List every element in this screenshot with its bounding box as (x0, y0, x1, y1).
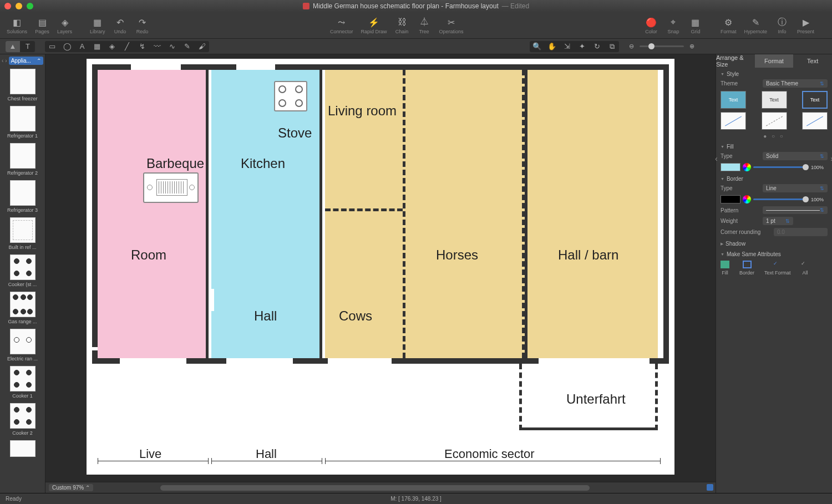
stencil-list[interactable]: Chest freezer Refrigerator 1 Refrigerato… (0, 67, 45, 493)
minimize-window-button[interactable] (16, 3, 22, 9)
table-tool[interactable]: ▦ (90, 41, 104, 52)
room-cows[interactable] (325, 208, 403, 358)
zoom-in-button[interactable]: ⊕ (689, 43, 694, 50)
room-kitchen[interactable] (211, 70, 322, 358)
make-same-fill[interactable]: Fill (721, 261, 729, 276)
fill-opacity-slider[interactable] (753, 166, 809, 168)
line-swatch-1[interactable] (721, 112, 746, 130)
info-button[interactable]: ⓘInfo (772, 15, 793, 35)
border-type-select[interactable]: Line⇅ (763, 184, 828, 192)
section-style-header[interactable]: Style (721, 71, 828, 77)
rect-tool[interactable]: ▭ (45, 41, 59, 52)
tree-button[interactable]: ⏃Tree (414, 15, 435, 35)
stencil-electric-range[interactable]: Electric ran ... (2, 329, 43, 362)
library-button[interactable]: ▦Library (87, 15, 109, 35)
stencil-refrigerator-1[interactable]: Refrigerator 1 (2, 106, 43, 139)
rapid-draw-button[interactable]: ⚡Rapid Draw (357, 15, 390, 35)
border-color-swatch[interactable] (721, 195, 740, 203)
theme-select[interactable]: Basic Theme⇅ (763, 79, 828, 88)
pattern-select[interactable]: ⇅ (763, 206, 828, 214)
stove-shape[interactable] (274, 81, 307, 111)
pages-button[interactable]: ▤Pages (32, 15, 53, 35)
line-tool[interactable]: ╱ (120, 41, 134, 52)
tab-arrange-size[interactable]: Arrange & Size (716, 54, 755, 68)
canvas-scroll[interactable]: Room Barbeque Kitchen Hall Stove Living … (45, 54, 716, 482)
stencil-refrigerator-3[interactable]: Refrigerator 3 (2, 180, 43, 213)
theme-swatch-2[interactable]: Text (762, 91, 787, 109)
swatch-pagination[interactable]: ● ○ ○ (721, 133, 828, 139)
stencil-cooker-2[interactable]: Cooker 2 (2, 403, 43, 436)
zoom-slider[interactable] (640, 45, 684, 47)
layers-button[interactable]: ◈Layers (54, 15, 75, 35)
stencil-cooker-1[interactable]: Cooker 1 (2, 366, 43, 399)
format-panel-button[interactable]: ⚙Format (717, 15, 740, 35)
zoom-tool[interactable]: 🔍 (530, 41, 544, 52)
room-horses[interactable] (403, 70, 525, 358)
text-tool[interactable]: T (21, 41, 35, 52)
library-next-button[interactable]: › (5, 58, 7, 64)
bezier-tool[interactable]: 〰 (150, 41, 164, 52)
pencil-tool[interactable]: ✎ (180, 41, 194, 52)
make-same-text[interactable]: ✓Text Format (764, 261, 791, 276)
spline-tool[interactable]: ∿ (165, 41, 179, 52)
stencil-gas-range[interactable]: Gas range ... (2, 292, 43, 324)
divider-living-cows[interactable] (325, 208, 403, 211)
stencil-extra[interactable] (2, 440, 43, 457)
fill-color-swatch[interactable] (721, 163, 740, 171)
crop-tool[interactable]: ⧉ (605, 41, 619, 52)
connector-button[interactable]: ⤳Connector (327, 15, 357, 35)
border-opacity-slider[interactable] (753, 198, 809, 200)
hypernote-button[interactable]: ✎Hypernote (740, 15, 770, 35)
library-selector[interactable]: Applia...⌃ (9, 57, 43, 65)
zoom-window-button[interactable] (27, 3, 33, 9)
corner-input[interactable]: 0.0 (774, 228, 828, 236)
weight-input[interactable]: 1 pt⇅ (763, 217, 793, 225)
color-wheel-icon[interactable] (743, 195, 751, 203)
theme-prev-button[interactable]: ‹ (716, 154, 718, 163)
line-swatch-3[interactable] (802, 112, 828, 130)
present-button[interactable]: ▶Present (794, 15, 818, 35)
paint-tool[interactable]: 🖌 (195, 41, 209, 52)
tab-format[interactable]: Format (755, 54, 794, 68)
grid-button[interactable]: ▦Grid (685, 15, 706, 35)
color-wheel-icon[interactable] (743, 163, 751, 171)
room-room[interactable] (98, 70, 209, 358)
make-same-border[interactable]: Border (739, 261, 754, 276)
fill-type-select[interactable]: Solid⇅ (763, 152, 828, 160)
zoom-dropdown[interactable]: Custom 97% ⌃ (49, 484, 93, 491)
theme-swatch-3[interactable]: Text (802, 91, 828, 109)
zoom-out-button[interactable]: ⊖ (629, 43, 634, 50)
chain-button[interactable]: ⛓Chain (392, 15, 413, 35)
rotate-tool[interactable]: ↻ (590, 41, 604, 52)
divider-horses-left[interactable] (403, 70, 405, 358)
library-prev-button[interactable]: ‹ (2, 58, 3, 64)
close-window-button[interactable] (4, 3, 11, 9)
snap-button[interactable]: ⌖Snap (663, 15, 684, 35)
section-shadow-header[interactable]: Shadow (721, 241, 828, 247)
callout-tool[interactable]: ◈ (105, 41, 119, 52)
section-border-header[interactable]: Border (721, 176, 828, 182)
add-page-button[interactable] (707, 484, 713, 491)
stencil-chest-freezer[interactable]: Chest freezer (2, 69, 43, 101)
stencil-built-in-ref[interactable]: Built in ref ... (2, 217, 43, 250)
redo-button[interactable]: ↷Redo (132, 15, 153, 35)
undo-button[interactable]: ↶Undo (110, 15, 131, 35)
room-living[interactable] (325, 70, 403, 208)
drawing-page[interactable]: Room Barbeque Kitchen Hall Stove Living … (87, 59, 674, 475)
unterfahrt-area[interactable] (519, 364, 658, 430)
pan-tool[interactable]: ✋ (545, 41, 559, 52)
solutions-button[interactable]: ◧Solutions (3, 15, 31, 35)
dropper-tool[interactable]: ⇲ (560, 41, 574, 52)
building-outline[interactable]: Room Barbeque Kitchen Hall Stove Living … (92, 64, 669, 364)
tab-text[interactable]: Text (793, 54, 832, 68)
color-button[interactable]: 🔴Color (641, 15, 662, 35)
barbeque-shape[interactable] (143, 172, 199, 203)
edit-points-tool[interactable]: ✦ (575, 41, 589, 52)
stencil-refrigerator-2[interactable]: Refrigerator 2 (2, 143, 43, 176)
section-fill-header[interactable]: Fill (721, 144, 828, 150)
divider-horses-right[interactable] (522, 70, 525, 358)
theme-swatch-1[interactable]: Text (721, 91, 746, 109)
stencil-cooker-st[interactable]: Cooker (st ... (2, 254, 43, 287)
operations-button[interactable]: ✂Operations (436, 15, 467, 35)
section-make-same-header[interactable]: Make Same Attributes (721, 251, 828, 257)
